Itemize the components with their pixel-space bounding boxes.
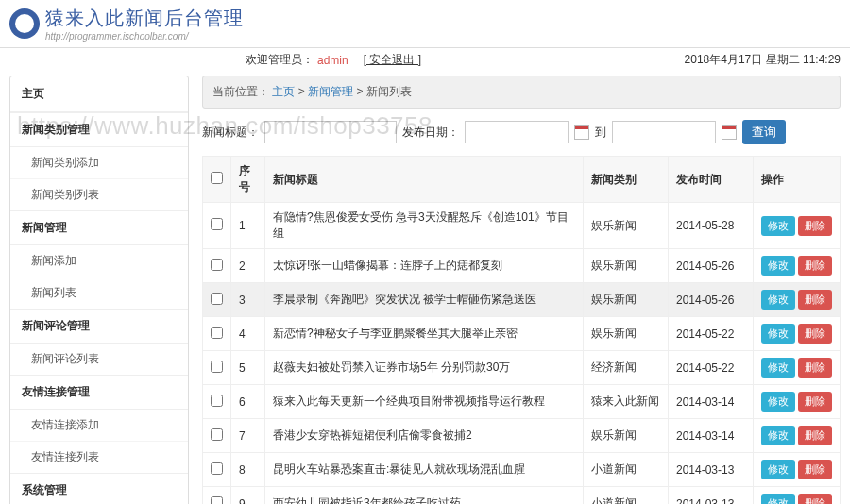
cell-title: 猿来入此每天更新一个经典项目附带视频指导运行教程 xyxy=(265,385,584,419)
th-date: 发布时间 xyxy=(669,157,754,203)
row-check[interactable] xyxy=(211,395,223,407)
delete-button[interactable]: 删除 xyxy=(798,290,832,310)
cell-idx: 5 xyxy=(231,351,265,385)
sidebar-item[interactable]: 新闻列表 xyxy=(10,277,188,309)
edit-button[interactable]: 修改 xyxy=(761,216,795,236)
sidebar-item[interactable]: 新闻评论列表 xyxy=(10,344,188,375)
cell-date: 2014-05-28 xyxy=(669,203,754,249)
cell-cat: 小道新闻 xyxy=(584,487,669,505)
th-title: 新闻标题 xyxy=(265,157,584,203)
edit-button[interactable]: 修改 xyxy=(761,358,795,378)
table-row: 7香港少女穿热裤短裙便利店偷零食被捕2娱乐新闻2014-03-14修改删除 xyxy=(203,419,841,453)
table-row: 2太惊讶!张一山蜡像揭幕：连脖子上的痣都复刻娱乐新闻2014-05-26修改删除 xyxy=(203,249,841,283)
site-url: http://programmer.ischoolbar.com/ xyxy=(45,31,244,42)
row-check[interactable] xyxy=(211,462,223,475)
delete-button[interactable]: 删除 xyxy=(798,358,832,378)
row-check[interactable] xyxy=(211,428,223,441)
news-table: 序号 新闻标题 新闻类别 发布时间 操作 1有隐情?焦恩俊爱女受伤 急寻3天没醒… xyxy=(202,156,841,504)
table-row: 4新恋情?神秘女子与李亚鹏聚餐坐其大腿举止亲密娱乐新闻2014-05-22修改删… xyxy=(203,317,841,351)
delete-button[interactable]: 删除 xyxy=(798,324,832,344)
breadcrumb-label: 当前位置： xyxy=(212,85,269,98)
sidebar-group-header[interactable]: 系统管理 xyxy=(10,473,188,504)
cell-title: 新恋情?神秘女子与李亚鹏聚餐坐其大腿举止亲密 xyxy=(265,317,584,351)
table-row: 1有隐情?焦恩俊爱女受伤 急寻3天没醒怒斥《创造101》节目组娱乐新闻2014-… xyxy=(203,203,841,249)
cell-title: 太惊讶!张一山蜡像揭幕：连脖子上的痣都复刻 xyxy=(265,249,584,283)
search-date-label: 发布日期： xyxy=(402,125,459,141)
admin-name: admin xyxy=(317,54,348,67)
cell-date: 2014-05-26 xyxy=(669,283,754,317)
edit-button[interactable]: 修改 xyxy=(761,290,795,310)
edit-button[interactable]: 修改 xyxy=(761,426,795,445)
table-row: 9西安幼儿园被指近3年都给孩子吃过药小道新闻2014-03-13修改删除 xyxy=(203,487,841,505)
logo-icon xyxy=(9,8,40,39)
th-ops: 操作 xyxy=(754,157,841,203)
cell-title: 赵薇夫妇被处罚禁入证券市场5年 分别罚款30万 xyxy=(265,351,584,385)
check-all[interactable] xyxy=(211,172,223,184)
calendar-from-icon[interactable] xyxy=(574,125,589,140)
cell-cat: 娱乐新闻 xyxy=(584,283,669,317)
cell-cat: 娱乐新闻 xyxy=(584,317,669,351)
cell-idx: 9 xyxy=(231,487,265,505)
delete-button[interactable]: 删除 xyxy=(798,256,832,276)
cell-cat: 娱乐新闻 xyxy=(584,249,669,283)
breadcrumb: 当前位置： 主页 > 新闻管理 > 新闻列表 xyxy=(202,76,841,109)
cell-title: 有隐情?焦恩俊爱女受伤 急寻3天没醒怒斥《创造101》节目组 xyxy=(265,203,584,249)
sidebar-group-header[interactable]: 新闻类别管理 xyxy=(10,112,188,147)
cell-title: 昆明火车站暴恐案直击:暴徒见人就砍现场混乱血腥 xyxy=(265,453,584,487)
search-row: 新闻标题： 发布日期： 到 查询 xyxy=(202,120,841,144)
row-check[interactable] xyxy=(211,218,223,230)
edit-button[interactable]: 修改 xyxy=(761,256,795,276)
cell-date: 2014-03-13 xyxy=(669,487,754,505)
sidebar-home[interactable]: 主页 xyxy=(10,76,188,112)
cell-idx: 7 xyxy=(231,419,265,453)
delete-button[interactable]: 删除 xyxy=(798,392,832,412)
cell-cat: 娱乐新闻 xyxy=(584,419,669,453)
cell-date: 2014-05-26 xyxy=(669,249,754,283)
datetime: 2018年4月17日 星期二 11:4:29 xyxy=(685,52,841,68)
search-date-from[interactable] xyxy=(465,121,569,143)
site-title: 猿来入此新闻后台管理 xyxy=(45,6,244,31)
row-check[interactable] xyxy=(211,327,223,339)
search-title-input[interactable] xyxy=(264,121,397,143)
row-check[interactable] xyxy=(211,259,223,271)
edit-button[interactable]: 修改 xyxy=(761,494,795,504)
sidebar-group-header[interactable]: 友情连接管理 xyxy=(10,375,188,410)
delete-button[interactable]: 删除 xyxy=(798,426,832,445)
row-check[interactable] xyxy=(211,496,223,505)
query-button[interactable]: 查询 xyxy=(742,120,786,144)
edit-button[interactable]: 修改 xyxy=(761,460,795,479)
content: 当前位置： 主页 > 新闻管理 > 新闻列表 新闻标题： 发布日期： 到 查询 … xyxy=(202,76,841,504)
logout-link[interactable]: [ 安全退出 ] xyxy=(364,52,421,68)
cell-idx: 2 xyxy=(231,249,265,283)
table-row: 6猿来入此每天更新一个经典项目附带视频指导运行教程猿来入此新闻2014-03-1… xyxy=(203,385,841,419)
sidebar-item[interactable]: 友情连接添加 xyxy=(10,410,188,441)
breadcrumb-home[interactable]: 主页 xyxy=(272,85,295,98)
sidebar-item[interactable]: 友情连接列表 xyxy=(10,441,188,473)
search-date-to[interactable] xyxy=(612,121,716,143)
sidebar-item[interactable]: 新闻类别列表 xyxy=(10,178,188,210)
row-check[interactable] xyxy=(211,361,223,373)
sidebar-item[interactable]: 新闻类别添加 xyxy=(10,147,188,178)
sidebar-item[interactable]: 新闻添加 xyxy=(10,245,188,277)
cell-cat: 猿来入此新闻 xyxy=(584,385,669,419)
delete-button[interactable]: 删除 xyxy=(798,216,832,236)
sidebar-group-header[interactable]: 新闻管理 xyxy=(10,210,188,245)
breadcrumb-l2: 新闻列表 xyxy=(366,85,412,98)
table-row: 3李晨录制《奔跑吧》突发状况 被学士帽砸伤紧急送医娱乐新闻2014-05-26修… xyxy=(203,283,841,317)
row-check[interactable] xyxy=(211,293,223,305)
breadcrumb-l1[interactable]: 新闻管理 xyxy=(308,85,353,98)
cell-idx: 3 xyxy=(231,283,265,317)
cell-title: 香港少女穿热裤短裙便利店偷零食被捕2 xyxy=(265,419,584,453)
edit-button[interactable]: 修改 xyxy=(761,324,795,344)
delete-button[interactable]: 删除 xyxy=(798,494,832,504)
th-idx: 序号 xyxy=(231,157,265,203)
sidebar-group-header[interactable]: 新闻评论管理 xyxy=(10,309,188,344)
cell-date: 2014-05-22 xyxy=(669,317,754,351)
cell-date: 2014-03-13 xyxy=(669,453,754,487)
cell-title: 西安幼儿园被指近3年都给孩子吃过药 xyxy=(265,487,584,505)
welcome-bar: 欢迎管理员： admin [ 安全退出 ] 2018年4月17日 星期二 11:… xyxy=(0,48,850,76)
table-row: 5赵薇夫妇被处罚禁入证券市场5年 分别罚款30万经济新闻2014-05-22修改… xyxy=(203,351,841,385)
delete-button[interactable]: 删除 xyxy=(798,460,832,479)
calendar-to-icon[interactable] xyxy=(722,125,737,140)
edit-button[interactable]: 修改 xyxy=(761,392,795,412)
